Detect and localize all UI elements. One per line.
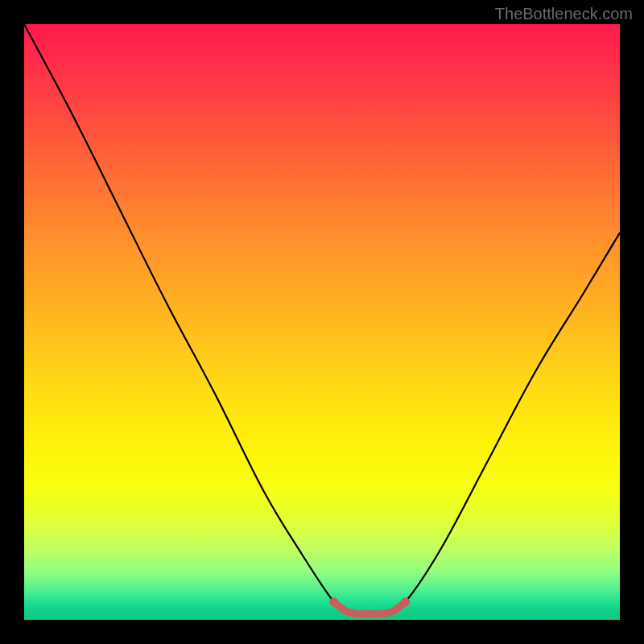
chart-plot-area: [24, 24, 620, 620]
bottleneck-curve-path: [24, 24, 620, 615]
marker-dot: [329, 597, 338, 606]
optimal-range-marker-path: [334, 602, 406, 614]
watermark-text: TheBottleneck.com: [495, 5, 633, 23]
marker-dot: [401, 597, 410, 606]
chart-svg: [24, 24, 620, 620]
